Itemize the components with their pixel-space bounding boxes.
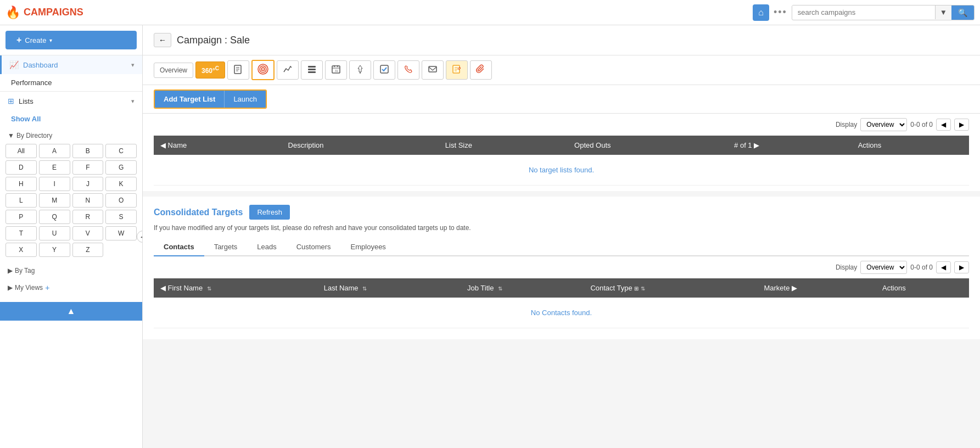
alpha-btn-m[interactable]: M <box>39 193 70 208</box>
col-markete[interactable]: Markete ▶ <box>757 278 876 298</box>
flame-icon: 🔥 <box>5 5 20 20</box>
alpha-btn-v[interactable]: V <box>72 226 104 240</box>
add-target-list-button[interactable]: Add Target List <box>155 91 224 108</box>
tab-targets[interactable]: Targets <box>204 238 248 256</box>
lists-label: Lists <box>19 97 127 105</box>
content-header: ← Campaign : Sale <box>143 25 980 55</box>
alpha-btn-b[interactable]: B <box>72 144 104 158</box>
alpha-grid: All A B C D E F G H I J K L M N O P Q R … <box>0 144 142 262</box>
search-container: ▼ 🔍 <box>792 5 975 20</box>
alpha-btn-y[interactable]: Y <box>39 243 70 257</box>
by-directory-arrow-icon: ▼ <box>8 132 14 139</box>
refresh-button[interactable]: Refresh <box>249 205 290 220</box>
alpha-btn-z[interactable]: Z <box>72 243 104 257</box>
contacts-prev-button[interactable]: ◀ <box>936 261 951 273</box>
alpha-btn-i[interactable]: I <box>39 177 70 191</box>
chart-button[interactable] <box>277 60 299 80</box>
contacts-display-select[interactable]: Overview <box>860 261 907 274</box>
search-go-button[interactable]: 🔍 <box>951 5 974 20</box>
sidebar-by-tag[interactable]: ▶ By Tag <box>0 262 142 279</box>
sidebar-sub-show-all[interactable]: Show All <box>0 110 142 127</box>
target-list-pagination: 0-0 of 0 <box>910 121 933 128</box>
alpha-btn-r[interactable]: R <box>72 210 104 224</box>
pin-button[interactable] <box>349 60 371 80</box>
launch-button[interactable]: Launch <box>224 91 266 108</box>
alpha-btn-s[interactable]: S <box>105 210 137 224</box>
clip-button[interactable] <box>470 60 492 80</box>
alpha-btn-f[interactable]: F <box>72 160 104 175</box>
target-list-section: Display Overview 0-0 of 0 ◀ ▶ ◀ Name Des… <box>143 114 980 191</box>
tab-contacts[interactable]: Contacts <box>154 238 204 256</box>
col-job-title[interactable]: Job Title ⇅ <box>461 278 584 298</box>
col-description[interactable]: Description <box>282 136 439 155</box>
create-button[interactable]: + Create ▾ <box>5 31 137 49</box>
tab-customers[interactable]: Customers <box>287 238 341 256</box>
alpha-btn-x[interactable]: X <box>5 243 37 257</box>
alpha-btn-c[interactable]: C <box>105 144 137 158</box>
top-navbar: 🔥 CAMPAIGNS ⌂ ••• ▼ 🔍 <box>0 0 980 25</box>
alpha-btn-d[interactable]: D <box>5 160 37 175</box>
sidebar-my-views[interactable]: ▶ My Views + <box>0 279 142 296</box>
alpha-btn-p[interactable]: P <box>5 210 37 224</box>
contacts-next-button[interactable]: ▶ <box>954 261 969 273</box>
alpha-btn-q[interactable]: Q <box>39 210 70 224</box>
alpha-btn-t[interactable]: T <box>5 226 37 240</box>
target-list-next-button[interactable]: ▶ <box>954 119 969 131</box>
target-list-table: ◀ Name Description List Size Opted Outs … <box>154 136 969 186</box>
alpha-btn-k[interactable]: K <box>105 177 137 191</box>
col-first-name[interactable]: ◀ First Name ⇅ <box>154 278 317 298</box>
sidebar-by-directory[interactable]: ▼ By Directory <box>0 127 142 144</box>
svg-rect-9 <box>308 69 316 70</box>
target-list-prev-button[interactable]: ◀ <box>936 119 951 131</box>
sidebar-item-dashboard[interactable]: 📈 Dashboard ▾ <box>0 55 142 74</box>
sidebar-sub-performance[interactable]: Performance <box>0 74 142 91</box>
display-select[interactable]: Overview <box>860 118 907 131</box>
col-opted-outs[interactable]: Opted Outs <box>568 136 727 155</box>
edit-page-button[interactable] <box>227 60 249 80</box>
col-name[interactable]: ◀ Name <box>154 136 282 155</box>
email-button[interactable] <box>422 60 444 80</box>
list-view-button[interactable] <box>301 60 323 80</box>
sidebar: + Create ▾ 📈 Dashboard ▾ Performance ⊞ L… <box>0 25 143 448</box>
col-list-size[interactable]: List Size <box>439 136 568 155</box>
alpha-btn-w[interactable]: W <box>105 226 137 240</box>
check-button[interactable] <box>373 60 395 80</box>
target-button[interactable] <box>251 60 275 80</box>
360-button[interactable]: 360°C <box>195 61 225 79</box>
note-button[interactable] <box>446 60 468 80</box>
action-bar: Add Target List Launch <box>154 89 267 109</box>
search-dropdown-button[interactable]: ▼ <box>935 5 951 19</box>
alpha-btn-n[interactable]: N <box>72 193 104 208</box>
alpha-btn-g[interactable]: G <box>105 160 137 175</box>
overview-tab-button[interactable]: Overview <box>154 63 193 78</box>
alpha-btn-l[interactable]: L <box>5 193 37 208</box>
svg-rect-8 <box>308 66 316 68</box>
alpha-btn-u[interactable]: U <box>39 226 70 240</box>
sidebar-up-button[interactable]: ▲ <box>0 302 142 321</box>
col-contact-type[interactable]: Contact Type ⊞⇅ <box>584 278 757 298</box>
tab-leads[interactable]: Leads <box>247 238 286 256</box>
alpha-btn-o[interactable]: O <box>105 193 137 208</box>
alpha-btn-j[interactable]: J <box>72 177 104 191</box>
sidebar-item-lists[interactable]: ⊞ Lists ▾ <box>0 92 142 110</box>
by-tag-label: By Tag <box>15 267 35 275</box>
phone-button[interactable] <box>397 60 419 80</box>
search-input[interactable] <box>792 5 935 19</box>
more-options-button[interactable]: ••• <box>774 7 787 18</box>
home-button[interactable]: ⌂ <box>753 4 769 21</box>
dashboard-label: Dashboard <box>23 61 127 69</box>
calendar-button[interactable]: 31 <box>325 60 347 80</box>
tab-employees[interactable]: Employees <box>341 238 396 256</box>
col-last-name[interactable]: Last Name ⇅ <box>317 278 461 298</box>
alpha-btn-h[interactable]: H <box>5 177 37 191</box>
lists-icon: ⊞ <box>8 97 14 105</box>
alpha-btn-e[interactable]: E <box>39 160 70 175</box>
my-views-arrow-icon: ▶ <box>8 284 13 292</box>
plus-icon: + <box>16 35 21 45</box>
my-views-add-icon[interactable]: + <box>45 283 49 292</box>
back-button[interactable]: ← <box>154 33 171 47</box>
my-views-label: My Views <box>15 284 43 292</box>
alpha-btn-all[interactable]: All <box>5 144 37 158</box>
alpha-btn-a[interactable]: A <box>39 144 70 158</box>
col-num[interactable]: # of 1 ▶ <box>727 136 852 155</box>
